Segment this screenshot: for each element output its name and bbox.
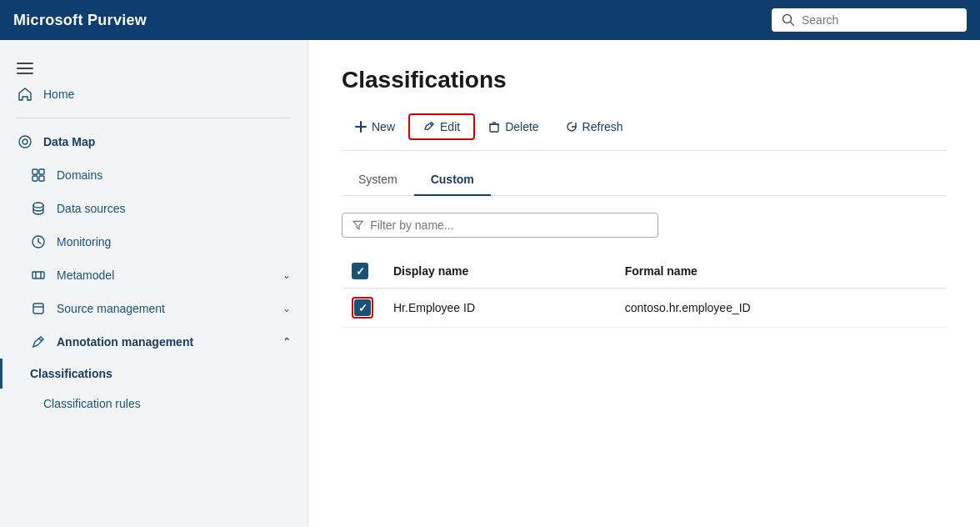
search-box[interactable]	[772, 8, 967, 32]
delete-button[interactable]: Delete	[475, 115, 552, 138]
annotation-management-icon	[30, 334, 47, 350]
sidebar-item-annotation-management[interactable]: Annotation management ⌃	[0, 325, 308, 359]
sidebar-item-home[interactable]: Home	[0, 78, 308, 111]
svg-point-8	[33, 203, 43, 208]
svg-rect-4	[32, 169, 38, 174]
home-icon	[17, 86, 33, 103]
filter-input-wrap[interactable]	[342, 213, 658, 238]
new-icon	[355, 121, 367, 133]
source-mgmt-chevron: ⌄	[282, 303, 291, 314]
sidebar-label-annotation-management: Annotation management	[57, 335, 193, 349]
sidebar-divider-1	[17, 118, 291, 118]
tab-system[interactable]: System	[342, 164, 414, 196]
main-layout: Home Data Map Domains Data sources	[0, 40, 980, 527]
data-sources-icon	[30, 200, 47, 217]
svg-point-3	[22, 139, 28, 144]
svg-line-15	[39, 339, 42, 341]
content-area: Classifications New Edit Delete Refresh	[308, 40, 980, 527]
svg-rect-7	[39, 176, 44, 181]
formal-name-cell: contoso.hr.employee_ID	[615, 289, 947, 328]
edit-button[interactable]: Edit	[408, 113, 475, 140]
filter-icon	[352, 219, 363, 231]
svg-rect-10	[32, 272, 44, 279]
svg-rect-13	[33, 304, 43, 314]
checkbox-check-all: ✓	[356, 266, 365, 277]
select-all-checkbox[interactable]: ✓	[352, 263, 368, 279]
delete-icon	[488, 121, 500, 133]
sidebar-label-source-management: Source management	[57, 302, 165, 315]
sidebar-label-metamodel: Metamodel	[57, 269, 114, 282]
refresh-label: Refresh	[582, 120, 623, 133]
table-row: ✓ Hr.Employee ID contoso.hr.employee_ID	[342, 289, 947, 328]
sidebar-label-classifications: Classifications	[30, 367, 112, 380]
sidebar-item-domains[interactable]: Domains	[0, 158, 308, 192]
svg-rect-5	[39, 169, 44, 174]
page-title: Classifications	[342, 67, 947, 93]
sidebar-item-data-sources[interactable]: Data sources	[0, 192, 308, 225]
svg-rect-19	[490, 124, 498, 132]
new-button[interactable]: New	[342, 115, 408, 138]
edit-label: Edit	[440, 120, 460, 133]
svg-line-18	[431, 124, 432, 126]
search-input[interactable]	[802, 13, 957, 27]
top-header: Microsoft Purview	[0, 0, 980, 40]
hamburger-button[interactable]	[13, 59, 37, 78]
toolbar: New Edit Delete Refresh	[342, 113, 947, 151]
filter-input[interactable]	[370, 218, 648, 232]
sidebar-item-classification-rules[interactable]: Classification rules	[0, 389, 308, 419]
tab-custom[interactable]: Custom	[414, 164, 491, 196]
source-management-icon	[30, 300, 47, 317]
domains-icon	[30, 167, 47, 183]
row-checkbox[interactable]: ✓	[354, 299, 371, 316]
sidebar-label-data-sources: Data sources	[57, 202, 125, 215]
sidebar-item-monitoring[interactable]: Monitoring	[0, 225, 308, 258]
sidebar-label-data-map: Data Map	[43, 135, 95, 148]
formal-name-header: Formal name	[615, 254, 947, 289]
refresh-icon	[566, 121, 578, 133]
tabs: System Custom	[342, 164, 947, 196]
sidebar-label-classification-rules: Classification rules	[43, 397, 141, 410]
metamodel-chevron: ⌄	[282, 269, 291, 281]
app-title: Microsoft Purview	[13, 12, 147, 29]
svg-rect-6	[32, 176, 38, 181]
new-label: New	[372, 120, 395, 133]
display-name-cell: Hr.Employee ID	[383, 289, 615, 328]
sidebar-item-source-management[interactable]: Source management ⌄	[0, 292, 308, 325]
sidebar-label-monitoring: Monitoring	[57, 235, 111, 248]
display-name-header: Display name	[383, 254, 615, 289]
row-checkbox-check: ✓	[358, 303, 368, 314]
checkbox-header-col: ✓	[342, 254, 383, 289]
row-checkbox-cell[interactable]: ✓	[342, 289, 383, 328]
data-map-icon	[17, 133, 33, 150]
metamodel-icon	[30, 267, 47, 284]
sidebar-label-home: Home	[43, 88, 74, 101]
search-icon	[782, 13, 795, 27]
sidebar-item-metamodel[interactable]: Metamodel ⌄	[0, 258, 308, 292]
data-table: ✓ Display name Formal name	[342, 254, 947, 328]
annotation-chevron: ⌃	[282, 336, 291, 348]
sidebar: Home Data Map Domains Data sources	[0, 40, 308, 527]
sidebar-label-domains: Domains	[57, 168, 102, 182]
svg-point-2	[19, 136, 31, 148]
sidebar-item-classifications[interactable]: Classifications	[0, 359, 308, 389]
edit-icon	[423, 121, 435, 133]
refresh-button[interactable]: Refresh	[552, 115, 637, 138]
row-checkbox-wrapper[interactable]: ✓	[352, 297, 373, 319]
delete-label: Delete	[505, 120, 538, 133]
svg-line-1	[791, 23, 794, 26]
sidebar-item-data-map[interactable]: Data Map	[0, 125, 308, 158]
monitoring-icon	[30, 233, 47, 250]
